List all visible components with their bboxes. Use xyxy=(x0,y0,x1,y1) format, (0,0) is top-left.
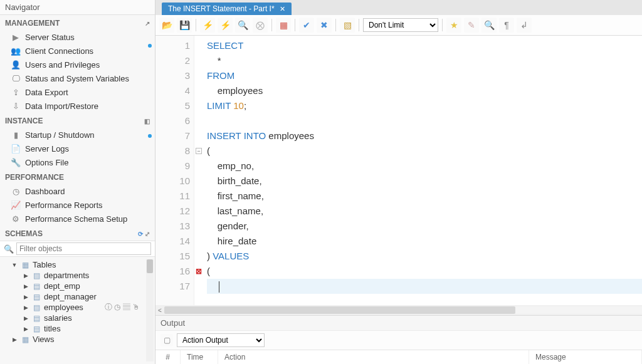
output-view-icon[interactable]: ▢ xyxy=(160,334,173,346)
table-tool-icons[interactable]: ⓘ ◷ ▤ 🖱 xyxy=(105,302,140,313)
table-name: employees xyxy=(44,303,83,312)
fold-gutter: −⊠ xyxy=(194,38,203,305)
nav-item-label: Startup / Shutdown xyxy=(25,130,95,140)
nav-item-icon: ⇩ xyxy=(10,101,21,111)
nav-item-icon: ▶ xyxy=(10,32,21,42)
refresh-icon[interactable]: ⟳ xyxy=(138,231,143,237)
nav-item[interactable]: ◷Dashboard xyxy=(0,184,155,198)
nav-item-label: Options File xyxy=(25,158,68,167)
navigator-title: Navigator xyxy=(0,0,155,15)
find-button[interactable]: 🔍 xyxy=(482,18,497,33)
expand-tri-icon[interactable]: ▶ xyxy=(23,294,29,300)
output-grid-header: # Time Action Message xyxy=(155,350,642,364)
autocommit-button[interactable]: ▧ xyxy=(340,18,355,33)
table-name: dept_emp xyxy=(44,281,80,291)
save-button[interactable]: 💾 xyxy=(177,18,192,33)
tree-tables[interactable]: ▼ ▦ Tables xyxy=(3,259,152,270)
expand-tri-icon[interactable]: ▶ xyxy=(23,273,29,279)
table-item[interactable]: ▶▤employeesⓘ ◷ ▤ 🖱 xyxy=(3,302,152,313)
fold-icon[interactable]: − xyxy=(196,148,202,154)
toggle-button[interactable]: ▦ xyxy=(276,18,291,33)
nav-item[interactable]: 📄Server Logs xyxy=(0,142,155,155)
table-item[interactable]: ▶▤titles xyxy=(3,323,152,334)
nav-item-icon: 📄 xyxy=(10,143,21,153)
rollback-button[interactable]: ✖ xyxy=(317,18,332,33)
tree-views[interactable]: ▶ ▦ Views xyxy=(3,334,152,345)
table-icon: ▤ xyxy=(31,271,41,280)
error-icon: ⊠ xyxy=(196,264,202,279)
nav-item[interactable]: 📈Performance Reports xyxy=(0,198,155,212)
table-icon: ▤ xyxy=(31,282,41,291)
nav-item[interactable]: 👤Users and Privileges xyxy=(0,58,155,71)
nav-item[interactable]: 🔧Options File xyxy=(0,155,155,169)
expand-tri-icon[interactable]: ▶ xyxy=(23,315,29,321)
nav-item[interactable]: ⚙Performance Schema Setup xyxy=(0,212,155,226)
nav-item-icon: ◷ xyxy=(10,186,21,196)
expand-tri-icon[interactable]: ▶ xyxy=(23,304,29,311)
scroll-left-icon[interactable]: < xyxy=(155,307,164,314)
expand-tri-icon[interactable]: ▶ xyxy=(11,336,18,343)
sql-editor[interactable]: 1234567891011121314151617 −⊠ SELECT *FRO… xyxy=(155,36,642,305)
editor-hscrollbar[interactable]: < xyxy=(155,305,642,315)
nav-item[interactable]: ⇩Data Import/Restore xyxy=(0,99,155,113)
table-icon: ▤ xyxy=(31,293,41,301)
nav-item[interactable]: 🖵Status and System Variables xyxy=(0,71,155,85)
search-icon: 🔍 xyxy=(4,244,14,254)
open-file-button[interactable]: 📂 xyxy=(159,18,174,33)
beautify-button[interactable]: ✎ xyxy=(464,18,479,33)
nav-item-label: Performance Reports xyxy=(25,200,103,210)
expand-tri-icon[interactable]: ▶ xyxy=(23,326,29,332)
output-toolbar: ▢ Action Output xyxy=(155,330,642,350)
tree-scrollbar[interactable] xyxy=(146,259,154,361)
explain-button[interactable]: 🔍 xyxy=(235,18,250,33)
table-item[interactable]: ▶▤dept_manager xyxy=(3,291,152,302)
table-icon: ▤ xyxy=(31,314,41,323)
nav-item-label: Dashboard xyxy=(25,187,65,196)
nav-item-icon: 🔧 xyxy=(10,157,21,167)
table-item[interactable]: ▶▤departments xyxy=(3,270,152,281)
nav-item-label: Users and Privileges xyxy=(25,60,100,70)
instance-icon: ◧ xyxy=(144,118,150,125)
nav-item[interactable]: ⇪Data Export xyxy=(0,85,155,99)
section-schemas: SCHEMAS ⟳ ⤢ xyxy=(0,226,155,241)
nav-item[interactable]: ▮Startup / Shutdown xyxy=(0,128,155,142)
commit-button[interactable]: ✔ xyxy=(299,18,314,33)
output-selector[interactable]: Action Output xyxy=(177,333,265,347)
schema-filter-input[interactable] xyxy=(16,242,151,255)
favorite-button[interactable]: ★ xyxy=(446,18,461,33)
table-item[interactable]: ▶▤salaries xyxy=(3,313,152,323)
output-label: Output xyxy=(155,315,642,330)
nav-item[interactable]: ▶Server Status xyxy=(0,30,155,44)
tables-icon: ▦ xyxy=(20,261,30,269)
table-icon: ▤ xyxy=(31,325,41,333)
sql-tab[interactable]: The INSERT Statement - Part I* ✕ xyxy=(162,3,292,15)
expand-icon[interactable]: ⤢ xyxy=(145,231,150,237)
nav-item-label: Performance Schema Setup xyxy=(25,214,127,224)
nav-item-label: Data Export xyxy=(25,88,68,97)
schema-filter-row: 🔍 xyxy=(0,241,155,257)
toggle-whitespace-button[interactable]: ¶ xyxy=(499,18,514,33)
nav-item[interactable]: 👥Client Connections xyxy=(0,44,155,58)
expand-tri-icon[interactable]: ▶ xyxy=(23,283,29,289)
stop-button[interactable]: ⨂ xyxy=(253,18,268,33)
table-icon: ▤ xyxy=(31,303,41,312)
collapse-icon[interactable]: ▼ xyxy=(11,262,18,268)
wrap-button[interactable]: ↲ xyxy=(517,18,532,33)
close-icon[interactable]: ✕ xyxy=(280,5,285,13)
nav-item-icon: 👥 xyxy=(10,46,21,56)
execute-step-button[interactable]: ⚡ xyxy=(218,18,233,33)
table-item[interactable]: ▶▤dept_emp xyxy=(3,281,152,291)
nav-item-icon: 👤 xyxy=(10,60,21,70)
schema-tree[interactable]: ▼ ▦ Tables ▶▤departments▶▤dept_emp▶▤dept… xyxy=(0,257,155,364)
nav-item-label: Client Connections xyxy=(25,46,93,56)
sql-toolbar: 📂 💾 ⚡ ⚡ 🔍 ⨂ ▦ ✔ ✖ ▧ Don't Limit ★ ✎ 🔍 ¶ … xyxy=(155,15,642,36)
nav-item-icon: ▮ xyxy=(10,130,21,140)
nav-item-icon: ⇪ xyxy=(10,87,21,97)
editor-main: The INSERT Statement - Part I* ✕ 📂 💾 ⚡ ⚡… xyxy=(155,0,642,364)
nav-item-label: Server Status xyxy=(25,33,75,42)
code-area[interactable]: SELECT *FROM employeesLIMIT 10; INSERT I… xyxy=(194,36,642,305)
execute-button[interactable]: ⚡ xyxy=(200,18,215,33)
table-name: dept_manager xyxy=(44,292,97,301)
popout-icon[interactable]: ↗ xyxy=(145,20,150,27)
limit-select[interactable]: Don't Limit xyxy=(363,18,438,32)
